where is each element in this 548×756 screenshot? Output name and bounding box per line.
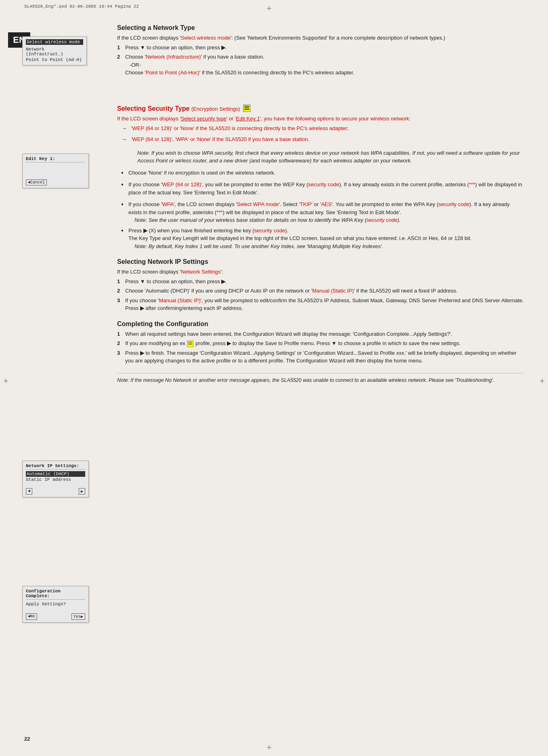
network-ip-step-1: 1 Press ▼ to choose an option, then pres… [117, 278, 524, 286]
config-step-3: 3 Press ▶ to finish. The message 'Config… [117, 349, 524, 365]
security-bullet-3: • If you choose 'WPA', the LCD screen di… [117, 200, 524, 224]
section-security-type: Selecting Security Type (Encryption Sett… [117, 105, 524, 251]
right-crosshair: + [540, 376, 545, 386]
heading-network-ip: Selecting Network IP Settings [117, 258, 524, 265]
network-ip-step-3: 3 If you choose 'Manual (Static IP)', yo… [117, 297, 524, 312]
section-network-ip: Selecting Network IP Settings If the LCD… [117, 258, 524, 312]
security-bullet-2: • If you choose 'WEP (64 or 128)', you w… [117, 181, 524, 198]
lcd-screen-2: Edit Key 1: ◄Cancel [22, 154, 89, 188]
heading-network-type: Selecting a Network Type [117, 24, 524, 32]
topbar-label: SLA5520_Eng*.qxd 02-06-2005 16:44 Pagina… [24, 4, 139, 9]
section-network-type: Selecting a Network Type If the LCD scre… [117, 24, 524, 77]
network-ip-intro: If the LCD screen displays 'Network Sett… [117, 268, 524, 276]
network-type-intro: If the LCD screen displays 'Select wirel… [117, 34, 524, 42]
icon-inline-2 [187, 341, 193, 347]
encryption-icon [243, 105, 250, 112]
network-ip-step-2: 2 Choose 'Automatic (DHCP)' if you are u… [117, 287, 524, 295]
config-step-1: 1 When all required settings have been e… [117, 330, 524, 338]
heading-security-type: Selecting Security Type (Encryption Sett… [117, 105, 524, 113]
security-bullet-4: • Press ▶ (X) when you have finished ent… [117, 227, 524, 251]
heading-completing-config: Completing the Configuration [117, 320, 524, 328]
security-type-intro: If the LCD screen displays 'Select secur… [117, 115, 524, 123]
config-step-2: 2 If you are modifying an ex profile, pr… [117, 339, 524, 347]
bottom-crosshair: + [267, 742, 272, 753]
main-content: Select wireless mode Network (Infrastruc… [117, 24, 524, 732]
section-completing-config: Completing the Configuration 1 When all … [117, 320, 524, 365]
top-crosshair: + [267, 3, 272, 14]
bottom-note: Note: If the message No Network or anoth… [117, 373, 524, 384]
security-note: Note: If you wish to choose WPA security… [137, 149, 524, 165]
page-number: 22 [24, 736, 30, 742]
lcd-screen-4: Configuration Complete: Apply Settings? … [22, 586, 89, 623]
lcd-screen-3: Network IP Settings: Automatic (DHCP) St… [22, 461, 89, 497]
security-dash-1: – 'WEP (64 or 128)' or 'None' if the SLA… [117, 124, 524, 134]
page-container: + + + + SLA5520_Eng*.qxd 02-06-2005 16:4… [0, 0, 548, 756]
lcd-screen-1: Select wireless mode Network (Infrastruc… [22, 36, 87, 65]
top-bar: SLA5520_Eng*.qxd 02-06-2005 16:44 Pagina… [24, 4, 139, 9]
network-step-2: 2 Choose 'Network (Infrastructure)' if y… [117, 53, 524, 77]
left-crosshair: + [3, 376, 8, 386]
security-bullet-1: • Choose 'None' if no encryption is used… [117, 169, 524, 179]
network-step-1: 1 Press ▼ to choose an option, then pres… [117, 44, 524, 52]
security-dash-2: – 'WEP (64 or 128)', 'WPA' or 'None' if … [117, 135, 524, 145]
